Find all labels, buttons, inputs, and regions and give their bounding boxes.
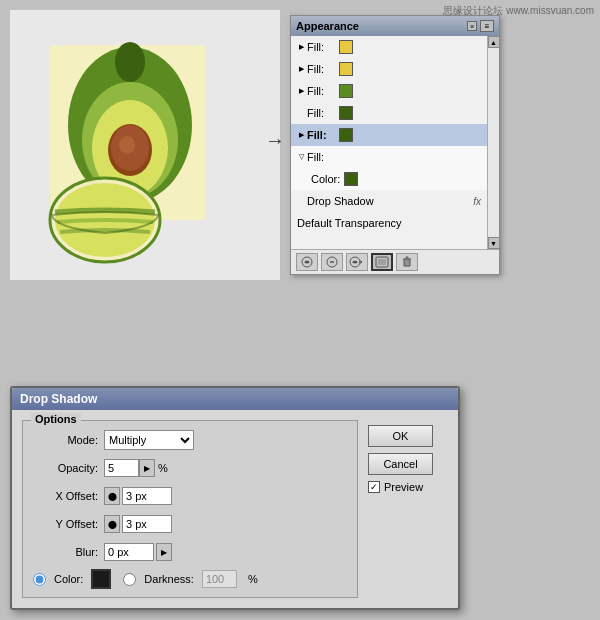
dialog-options: Options Mode: Multiply Normal Screen Opa… <box>22 420 358 598</box>
x-offset-input[interactable] <box>122 487 172 505</box>
fill-row-3[interactable]: ▶ Fill: <box>291 80 487 102</box>
panel-toolbar <box>291 249 499 274</box>
fill-color-1[interactable] <box>339 40 353 54</box>
panel-scrollbar[interactable]: ▲ ▼ <box>487 36 499 249</box>
avocado-illustration <box>30 30 250 270</box>
preview-row: ✓ Preview <box>368 481 448 493</box>
color-radio-label: Color: <box>54 573 83 585</box>
fill-color-4[interactable] <box>339 106 353 120</box>
duplicate-button[interactable] <box>346 253 368 271</box>
panel-titlebar: Appearance × ≡ <box>291 16 499 36</box>
fill-label-6: Fill: <box>307 151 335 163</box>
fill-row-6[interactable]: ▽ Fill: <box>291 146 487 168</box>
fx-label: fx <box>473 196 481 207</box>
default-transparency-label: Default Transparency <box>297 217 402 229</box>
darkness-radio[interactable] <box>123 573 136 586</box>
expand-triangle-5: ▶ <box>297 131 305 139</box>
expand-triangle-1: ▶ <box>297 43 305 51</box>
expand-triangle-4 <box>297 109 305 117</box>
fill-color-2[interactable] <box>339 62 353 76</box>
fill-label-1: Fill: <box>307 41 335 53</box>
cancel-button[interactable]: Cancel <box>368 453 433 475</box>
y-offset-spinner-btn[interactable]: ⬤ <box>104 515 120 533</box>
drop-shadow-label: Drop Shadow <box>307 195 374 207</box>
fill-row-1[interactable]: ▶ Fill: <box>291 36 487 58</box>
opacity-unit: % <box>158 462 168 474</box>
panel-menu-button[interactable]: ≡ <box>480 20 494 32</box>
drop-shadow-dialog: Drop Shadow Options Mode: Multiply Norma… <box>10 386 460 610</box>
color-label: Color: <box>311 173 340 185</box>
expand-triangle-6: ▽ <box>297 153 305 161</box>
opacity-form-row: Opacity: ▶ % <box>33 457 347 479</box>
watermark: 思缘设计论坛 www.missvuan.com <box>443 4 594 18</box>
appearance-panel: Appearance × ≡ ▶ Fill: ▶ Fill: <box>290 15 500 275</box>
color-radio[interactable] <box>33 573 46 586</box>
blur-form-row: Blur: ▶ <box>33 541 347 563</box>
blur-label: Blur: <box>33 546 98 558</box>
preview-checkbox[interactable]: ✓ <box>368 481 380 493</box>
color-swatch-main[interactable] <box>344 172 358 186</box>
mode-form-row: Mode: Multiply Normal Screen <box>33 429 347 451</box>
x-offset-form-row: X Offset: ⬤ <box>33 485 347 507</box>
fill-label-5: Fill: <box>307 129 335 141</box>
opacity-label: Opacity: <box>33 462 98 474</box>
new-effect-button[interactable] <box>371 253 393 271</box>
scrollbar-up-arrow[interactable]: ▲ <box>488 36 500 48</box>
mode-select[interactable]: Multiply Normal Screen <box>104 430 194 450</box>
svg-rect-8 <box>125 45 135 65</box>
artwork-area: → <box>10 10 280 280</box>
preview-label: Preview <box>384 481 423 493</box>
fill-label-3: Fill: <box>307 85 335 97</box>
expand-triangle-2: ▶ <box>297 65 305 73</box>
opacity-stepper[interactable]: ▶ <box>139 459 155 477</box>
blur-input[interactable] <box>104 543 154 561</box>
fill-row-5[interactable]: ▶ Fill: <box>291 124 487 146</box>
panel-title: Appearance <box>296 20 359 32</box>
y-offset-form-row: Y Offset: ⬤ <box>33 513 347 535</box>
fill-label-2: Fill: <box>307 63 335 75</box>
blur-stepper[interactable]: ▶ <box>156 543 172 561</box>
opacity-input[interactable] <box>104 459 139 477</box>
panel-content: ▶ Fill: ▶ Fill: ▶ Fill: Fill: <box>291 36 487 249</box>
scrollbar-down-arrow[interactable]: ▼ <box>488 237 500 249</box>
drop-shadow-row[interactable]: Drop Shadow fx <box>291 190 487 212</box>
darkness-input <box>202 570 237 588</box>
add-new-button[interactable] <box>296 253 318 271</box>
ok-button[interactable]: OK <box>368 425 433 447</box>
options-group-label: Options <box>31 413 81 425</box>
svg-point-6 <box>119 136 135 154</box>
expand-triangle-3: ▶ <box>297 87 305 95</box>
fill-row-2[interactable]: ▶ Fill: <box>291 58 487 80</box>
mode-label: Mode: <box>33 434 98 446</box>
panel-close-button[interactable]: × <box>467 21 477 31</box>
color-darkness-row: Color: Darkness: % <box>33 569 347 589</box>
darkness-unit: % <box>248 573 258 585</box>
default-transparency-row: Default Transparency <box>291 212 487 234</box>
dialog-actions: OK Cancel ✓ Preview <box>368 420 448 598</box>
dialog-titlebar: Drop Shadow <box>12 388 458 410</box>
fill-color-5[interactable] <box>339 128 353 142</box>
x-offset-label: X Offset: <box>33 490 98 502</box>
color-row: Color: <box>291 168 487 190</box>
selection-arrow: → <box>265 128 285 151</box>
y-offset-input[interactable] <box>122 515 172 533</box>
y-offset-label: Y Offset: <box>33 518 98 530</box>
x-offset-spinner-btn[interactable]: ⬤ <box>104 487 120 505</box>
fill-label-4: Fill: <box>307 107 335 119</box>
delete-button[interactable] <box>396 253 418 271</box>
fill-color-3[interactable] <box>339 84 353 98</box>
reduce-to-basic-button[interactable] <box>321 253 343 271</box>
drop-shadow-color-swatch[interactable] <box>91 569 111 589</box>
svg-rect-16 <box>378 259 386 265</box>
darkness-label: Darkness: <box>144 573 194 585</box>
fill-row-4[interactable]: Fill: <box>291 102 487 124</box>
